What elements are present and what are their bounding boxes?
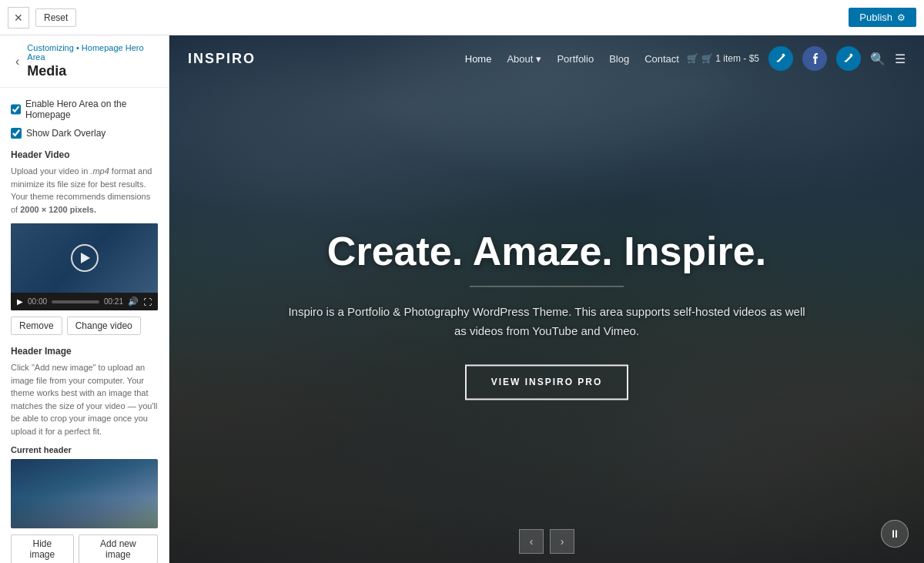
- pause-icon: ⏸: [889, 528, 900, 540]
- preview-area: INSPIRO Home About ▾ Portfolio Blog Cont…: [169, 35, 924, 563]
- nav-link-home[interactable]: Home: [465, 53, 492, 65]
- publish-button[interactable]: Publish ⚙: [849, 8, 916, 27]
- nav-link-about[interactable]: About ▾: [507, 53, 541, 65]
- close-button[interactable]: ✕: [8, 7, 29, 28]
- hero-divider: [470, 286, 624, 287]
- pencil-icon-2: [843, 53, 854, 64]
- top-bar: ✕ Reset Publish ⚙: [0, 0, 924, 35]
- nav-links: Home About ▾ Portfolio Blog Contact: [465, 53, 679, 65]
- publish-label: Publish: [859, 12, 892, 23]
- sidebar-content: Enable Hero Area on the Homepage Show Da…: [0, 88, 169, 563]
- hide-image-button[interactable]: Hide image: [11, 535, 74, 563]
- facebook-button[interactable]: [802, 46, 827, 71]
- sidebar-title: Media: [27, 63, 158, 79]
- breadcrumb: Customizing • Homepage Hero Area: [27, 43, 158, 62]
- admin-edit-button-1[interactable]: [768, 46, 793, 71]
- video-volume-button[interactable]: 🔊: [128, 297, 139, 307]
- nav-link-portfolio[interactable]: Portfolio: [557, 53, 594, 65]
- reset-button[interactable]: Reset: [35, 8, 76, 27]
- video-time-total: 00:21: [104, 297, 123, 306]
- breadcrumb-prefix: Customizing •: [27, 43, 79, 52]
- nav-arrows: ‹ ›: [519, 529, 574, 554]
- hero-subtitle: Inspiro is a Portfolio & Photography Wor…: [283, 302, 811, 341]
- hero-title: Create. Amaze. Inspire.: [283, 230, 811, 273]
- video-time-current: 00:00: [28, 297, 47, 306]
- back-button[interactable]: ‹: [11, 53, 24, 70]
- show-overlay-label[interactable]: Show Dark Overlay: [26, 128, 105, 139]
- video-play-button[interactable]: ▶: [17, 297, 23, 306]
- sidebar: ‹ Customizing • Homepage Hero Area Media…: [0, 35, 169, 563]
- video-action-buttons: Remove Change video: [11, 317, 158, 335]
- cart-button[interactable]: 🛒 🛒 1 item - $5: [687, 53, 759, 64]
- video-description: Upload your video in .mp4 format and min…: [11, 165, 158, 216]
- current-header-label: Current header: [11, 445, 158, 454]
- video-preview: ▶ 00:00 00:21 🔊 ⛶: [11, 223, 158, 310]
- enable-hero-row: Enable Hero Area on the Homepage: [11, 99, 158, 120]
- facebook-icon: [808, 52, 821, 65]
- nav-icons: 🛒 🛒 1 item - $5 🔍 ☰: [687, 46, 906, 71]
- change-video-button[interactable]: Change video: [67, 317, 141, 335]
- site-navbar: INSPIRO Home About ▾ Portfolio Blog Cont…: [169, 35, 924, 82]
- nav-link-contact[interactable]: Contact: [644, 53, 679, 65]
- cart-icon: 🛒: [687, 53, 698, 64]
- header-video-label: Header Video: [11, 149, 158, 160]
- show-overlay-row: Show Dark Overlay: [11, 128, 158, 139]
- video-fullscreen-button[interactable]: ⛶: [143, 297, 152, 307]
- pause-button[interactable]: ⏸: [881, 520, 909, 548]
- video-thumbnail: [11, 223, 158, 293]
- about-chevron-icon: ▾: [536, 53, 541, 65]
- play-circle-button[interactable]: [71, 244, 99, 272]
- hero-cta-button[interactable]: VIEW INSPIRO PRO: [465, 364, 629, 400]
- header-image-label: Header Image: [11, 346, 158, 357]
- gear-icon: ⚙: [897, 12, 906, 23]
- video-progress-bar[interactable]: [52, 300, 99, 303]
- sidebar-header: ‹ Customizing • Homepage Hero Area Media: [0, 35, 169, 88]
- next-arrow[interactable]: ›: [550, 529, 574, 554]
- admin-edit-button-2[interactable]: [836, 46, 861, 71]
- pencil-icon-1: [775, 53, 786, 64]
- menu-icon[interactable]: ☰: [895, 52, 906, 66]
- enable-hero-label[interactable]: Enable Hero Area on the Homepage: [25, 99, 158, 120]
- image-action-buttons: Hide image Add new image: [11, 535, 158, 563]
- search-icon[interactable]: 🔍: [870, 52, 886, 66]
- prev-arrow[interactable]: ‹: [519, 529, 544, 554]
- image-description: Click "Add new image" to upload an image…: [11, 361, 158, 437]
- site-logo: INSPIRO: [188, 51, 256, 67]
- hero-content: Create. Amaze. Inspire. Inspiro is a Por…: [283, 230, 811, 400]
- show-overlay-checkbox[interactable]: [11, 128, 22, 139]
- add-new-image-button[interactable]: Add new image: [79, 535, 158, 563]
- remove-video-button[interactable]: Remove: [11, 317, 62, 335]
- current-header-image: [11, 459, 158, 528]
- enable-hero-checkbox[interactable]: [11, 104, 21, 115]
- main-layout: ‹ Customizing • Homepage Hero Area Media…: [0, 35, 924, 563]
- video-controls: ▶ 00:00 00:21 🔊 ⛶: [11, 293, 158, 310]
- nav-link-blog[interactable]: Blog: [609, 53, 629, 65]
- cart-label: 🛒 1 item - $5: [701, 53, 759, 64]
